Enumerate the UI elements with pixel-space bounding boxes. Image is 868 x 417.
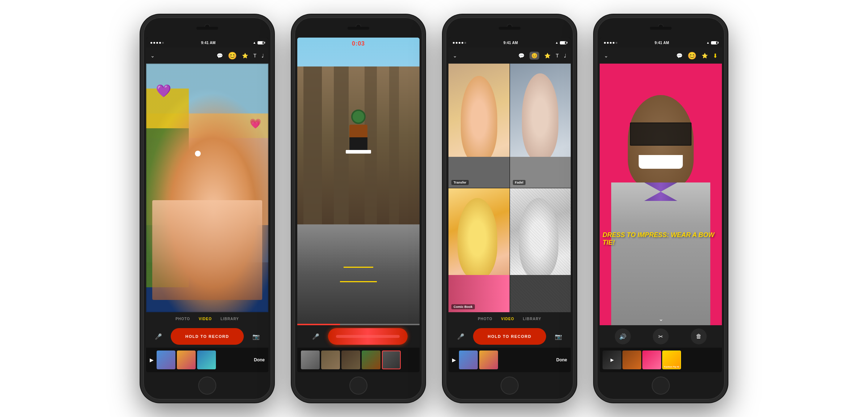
done-button-1[interactable]: Done [254, 357, 265, 362]
phone-home-button[interactable] [198, 377, 216, 395]
video-tab-3[interactable]: VIDEO [501, 317, 514, 321]
mic-button-3[interactable]: 🎤 [454, 330, 467, 343]
chat-bubble-icon-4[interactable]: 💬 [676, 53, 682, 59]
side-button-right-4 [727, 75, 728, 93]
filter-cell-transfer[interactable]: Transfer [448, 64, 510, 188]
camera-switch-3[interactable]: 📷 [552, 330, 565, 343]
star-icon[interactable]: ⭐ [242, 53, 248, 59]
download-icon-4[interactable]: ⬇ [713, 52, 718, 59]
timer-overlay: 0:03 [352, 40, 365, 47]
filter-label-transfer: Transfer [451, 180, 469, 185]
film-thumb-3-a[interactable] [459, 351, 478, 369]
scissors-button-4[interactable]: ✂ [653, 328, 669, 344]
dot4-2 [607, 42, 609, 44]
chat-bubble-icon[interactable]: 💬 [217, 53, 223, 59]
volume-button-4[interactable]: 🔊 [615, 328, 631, 344]
heart-purple: 💜 [156, 83, 171, 98]
phone-home-button-3[interactable] [501, 377, 519, 395]
thumb-4a-icon: ▶ [610, 357, 614, 362]
film-thumb-2-a[interactable] [301, 351, 320, 369]
photo-tab[interactable]: PHOTO [175, 317, 190, 321]
done-button-3[interactable]: Done [556, 357, 567, 362]
mic-button-2[interactable]: 🎤 [309, 330, 322, 343]
text-icon[interactable]: T [253, 53, 256, 59]
filter-4-preview [510, 188, 571, 313]
photo-tab-3[interactable]: PHOTO [478, 317, 492, 321]
mic-button-1[interactable]: 🎤 [152, 330, 165, 343]
film-thumb-2-d[interactable] [362, 351, 380, 369]
side-button-left-top [140, 64, 141, 77]
film-thumb-4-c[interactable] [642, 351, 661, 369]
side-button-left-top-3 [443, 64, 443, 77]
film-thumb-4-b[interactable] [622, 351, 641, 369]
film-thumb-1-a[interactable] [157, 351, 175, 369]
phone-1: 9:41 AM ▲ ⌄ 💬 😊 ⭐ T ♩ [140, 14, 274, 403]
record-row-1: 🎤 HOLD TO RECORD 📷 [146, 325, 268, 348]
trash-button-4[interactable]: 🗑 [691, 328, 707, 344]
signal-dots-4 [604, 42, 617, 44]
record-button-1[interactable]: HOLD TO RECORD [171, 328, 244, 345]
side-button-left-bottom [140, 82, 141, 104]
dot4 [159, 42, 161, 44]
play-icon-3[interactable]: ▶ [452, 357, 456, 363]
play-icon-1[interactable]: ▶ [150, 357, 154, 363]
filter-label-fade: Fadel [513, 180, 526, 185]
phone-3: 9:41 AM ▲ ⌄ 💬 😊 ⭐ T ♩ [443, 14, 576, 403]
skateboard [346, 150, 371, 154]
film-thumb-2-e[interactable] [382, 351, 401, 369]
film-thumb-3-b[interactable] [479, 351, 498, 369]
camera-switch-1[interactable]: 📷 [250, 330, 263, 343]
library-tab-3[interactable]: LIBRARY [523, 317, 541, 321]
dot3-2 [456, 42, 458, 44]
battery-icon [258, 41, 264, 44]
camera-area-4: DRESS TO IMPRESS: WEAR A BOW TIE! ⌄ [600, 64, 722, 325]
comic-border [146, 64, 268, 312]
film-thumb-1-b[interactable] [177, 351, 196, 369]
text-icon-3[interactable]: T [556, 53, 559, 59]
emoji-face-icon-3-active[interactable]: 😊 [529, 52, 539, 60]
star-icon-4[interactable]: ⭐ [702, 53, 708, 59]
filter-2-preview [510, 64, 571, 188]
filter-cell-fade[interactable]: Fadel [510, 64, 571, 188]
mic-icon-3: 🎤 [457, 333, 464, 340]
film-thumb-4-d[interactable]: Fashion Tip #2 [662, 351, 681, 369]
chevron-down-icon-3[interactable]: ⌄ [453, 53, 457, 59]
phone-home-button-2[interactable] [349, 377, 367, 395]
status-icons-4: ▲ [706, 41, 718, 44]
film-thumb-2-b[interactable] [321, 351, 340, 369]
chevron-down-icon[interactable]: ⌄ [150, 53, 155, 59]
video-tab[interactable]: VIDEO [199, 317, 212, 321]
emoji-face-icon[interactable]: 😊 [228, 51, 237, 60]
chat-bubble-icon-3[interactable]: 💬 [518, 53, 524, 59]
film-thumb-1-c[interactable] [197, 351, 216, 369]
recording-bar-overlay [297, 324, 420, 325]
film-thumb-2-c[interactable] [341, 351, 360, 369]
record-button-2-active[interactable] [328, 328, 408, 345]
phone-3-screen: 9:41 AM ▲ ⌄ 💬 😊 ⭐ T ♩ [448, 38, 571, 372]
library-tab[interactable]: LIBRARY [221, 317, 239, 321]
filter-label-comic: Comic Book [451, 304, 475, 309]
filter-cell-bw[interactable] [510, 188, 571, 313]
chevron-down-overlay[interactable]: ⌄ [659, 315, 663, 322]
filter-1-preview [448, 64, 510, 188]
filmstrip-3: ▶ Done [448, 348, 571, 372]
star-icon-3[interactable]: ⭐ [544, 53, 550, 59]
music-icon[interactable]: ♩ [261, 53, 264, 59]
glasses-container [630, 122, 692, 146]
battery-icon-3 [560, 41, 566, 44]
phone-home-button-4[interactable] [652, 377, 670, 395]
status-time-4: 9:41 AM [655, 41, 669, 45]
record-button-3[interactable]: HOLD TO RECORD [473, 328, 546, 345]
film-thumb-4-a[interactable]: ▶ [603, 351, 621, 369]
filter-cell-comic[interactable]: Comic Book [448, 188, 510, 313]
dot3-4 [461, 42, 463, 44]
status-bar-1: 9:41 AM ▲ [146, 38, 268, 48]
thumb-4a-content: ▶ [603, 351, 621, 369]
filter-grid: Transfer Fadel [448, 64, 571, 312]
chevron-down-icon-4[interactable]: ⌄ [604, 53, 608, 59]
teeth [639, 155, 683, 169]
music-icon-3[interactable]: ♩ [564, 53, 566, 59]
dot2 [153, 42, 155, 44]
dot4-3 [610, 42, 612, 44]
emoji-face-icon-4[interactable]: 😊 [688, 51, 697, 60]
